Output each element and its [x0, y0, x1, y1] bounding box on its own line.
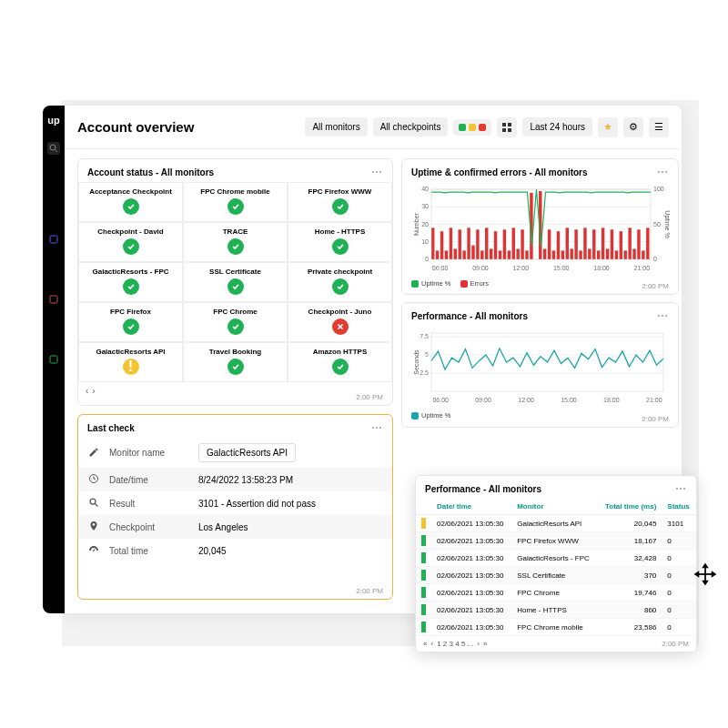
- col-status[interactable]: Status: [662, 499, 696, 515]
- table-pager[interactable]: « ‹ 1 2 3 4 5 ... › »: [423, 640, 487, 648]
- check-icon: [123, 238, 139, 255]
- pager-next[interactable]: ›: [477, 640, 480, 648]
- pencil-icon: [87, 447, 100, 460]
- table-row[interactable]: 02/06/2021 13:05:30FPC Chrome mobile23,5…: [416, 619, 696, 636]
- monitor-cell[interactable]: Amazon HTTPS: [288, 342, 392, 382]
- monitor-cell[interactable]: Checkpoint - David: [78, 222, 183, 262]
- logo: up: [47, 115, 59, 126]
- monitor-name: FPC Chrome mobile: [200, 188, 269, 197]
- svg-text:12:00: 12:00: [518, 397, 534, 403]
- performance-table: Date/ time Monitor Total time (ms) Statu…: [416, 499, 696, 636]
- panel-menu-icon[interactable]: ⋯: [675, 482, 687, 495]
- svg-text:09:00: 09:00: [472, 265, 489, 271]
- monitor-cell[interactable]: Acceptance Checkpoint: [78, 182, 183, 222]
- pager-first[interactable]: «: [423, 640, 427, 648]
- detail-row: Total time20,045: [78, 539, 392, 562]
- svg-rect-48: [525, 250, 528, 259]
- monitor-cell[interactable]: FPC Chrome: [183, 302, 288, 342]
- warning-icon: !: [123, 359, 139, 375]
- svg-rect-38: [480, 250, 483, 259]
- monitor-cell[interactable]: TRACE: [183, 222, 288, 262]
- nav-icon-3[interactable]: [47, 353, 60, 366]
- table-row[interactable]: 02/06/2021 13:05:30SSL Certificate3700: [416, 567, 696, 584]
- monitor-cell[interactable]: Home - HTTPS: [288, 222, 392, 262]
- col-datetime[interactable]: Date/ time: [431, 499, 511, 515]
- detail-label: Date/time: [109, 475, 189, 485]
- panel-timestamp: 2:00 PM: [356, 587, 383, 595]
- star-icon[interactable]: ★: [598, 117, 618, 137]
- nav-icon-2[interactable]: [47, 293, 60, 306]
- check-icon: [123, 278, 139, 295]
- gear-icon[interactable]: ⚙: [623, 117, 643, 137]
- error-icon: [332, 318, 349, 335]
- table-row[interactable]: 02/06/2021 13:05:30GalacticResorts API20…: [416, 515, 696, 532]
- check-icon: [228, 278, 244, 295]
- svg-line-13: [96, 504, 98, 507]
- page-4[interactable]: 4: [455, 640, 459, 648]
- timerange-select[interactable]: Last 24 hours: [522, 117, 592, 136]
- svg-rect-29: [440, 231, 443, 259]
- page-1[interactable]: 1: [437, 640, 440, 648]
- page-5[interactable]: 5: [461, 640, 465, 648]
- svg-rect-33: [459, 229, 461, 259]
- monitor-cell[interactable]: GalacticResorts - FPC: [78, 262, 183, 302]
- svg-text:5: 5: [425, 351, 429, 358]
- svg-text:09:00: 09:00: [475, 397, 491, 403]
- panel-menu-icon[interactable]: ⋯: [657, 309, 669, 322]
- detail-value[interactable]: GalacticResorts API: [198, 443, 296, 462]
- monitor-cell[interactable]: SSL Certificate: [183, 262, 288, 302]
- grid-view-icon[interactable]: [497, 117, 517, 137]
- col-monitor[interactable]: Monitor: [511, 499, 598, 515]
- filter-checkpoints[interactable]: All checkpoints: [373, 117, 449, 136]
- svg-rect-37: [476, 229, 479, 259]
- performance-panel: Performance - All monitors ⋯ 2.557.506:0…: [401, 302, 679, 428]
- pager-prev[interactable]: ‹: [430, 640, 433, 648]
- monitor-cell[interactable]: FPC Firefox WWW: [288, 182, 392, 222]
- panel-title: Uptime & confirmed errors - All monitors: [411, 167, 588, 177]
- svg-text:15:00: 15:00: [553, 265, 570, 271]
- panel-title: Account status - All monitors: [87, 167, 214, 177]
- pager-prev[interactable]: ‹: [86, 386, 88, 396]
- panel-menu-icon[interactable]: ⋯: [657, 166, 669, 178]
- performance-table-panel[interactable]: Performance - All monitors ⋯ Date/ time …: [415, 475, 697, 652]
- svg-rect-71: [628, 228, 631, 259]
- monitor-cell[interactable]: Checkpoint - Juno: [288, 302, 392, 342]
- monitor-name: Private checkpoint: [308, 268, 372, 277]
- detail-value: 20,045: [198, 546, 227, 556]
- monitor-name: Acceptance Checkpoint: [89, 188, 172, 197]
- svg-rect-52: [543, 248, 546, 259]
- table-row[interactable]: 02/06/2021 13:05:30FPC Firefox WWW18,167…: [416, 532, 696, 550]
- status-filter[interactable]: [453, 119, 491, 136]
- page-2[interactable]: 2: [443, 640, 447, 648]
- page-3[interactable]: 3: [450, 640, 453, 648]
- monitor-cell[interactable]: GalacticResorts API!: [78, 342, 183, 382]
- table-row[interactable]: 02/06/2021 13:05:30Home - HTTPS8600: [416, 602, 696, 619]
- check-icon: [228, 318, 244, 335]
- search-icon[interactable]: [47, 142, 60, 155]
- monitor-cell[interactable]: FPC Firefox: [78, 302, 183, 342]
- filter-monitors[interactable]: All monitors: [305, 117, 367, 136]
- monitor-name: FPC Firefox: [110, 308, 151, 317]
- check-icon: [123, 198, 139, 215]
- pager-next[interactable]: ›: [92, 386, 95, 396]
- check-icon: [123, 318, 139, 335]
- panel-menu-icon[interactable]: ⋯: [371, 421, 383, 434]
- table-row[interactable]: 02/06/2021 13:05:30GalacticResorts - FPC…: [416, 550, 696, 567]
- list-icon[interactable]: ☰: [649, 117, 669, 137]
- check-icon: [228, 238, 244, 255]
- check-icon: [228, 198, 244, 215]
- monitor-cell[interactable]: Private checkpoint: [288, 262, 392, 302]
- legend-errors: Errors: [470, 279, 489, 288]
- monitor-cell[interactable]: FPC Chrome mobile: [183, 182, 288, 222]
- table-row[interactable]: 02/06/2021 13:05:30FPC Chrome19,7460: [416, 584, 696, 602]
- nav-icon-1[interactable]: [47, 233, 60, 246]
- svg-text:100: 100: [653, 186, 664, 192]
- panel-timestamp: 2:00 PM: [662, 640, 689, 648]
- monitor-cell[interactable]: Travel Booking: [183, 342, 288, 382]
- legend-uptime: Uptime %: [421, 279, 451, 288]
- page-...[interactable]: ...: [468, 640, 474, 648]
- panel-menu-icon[interactable]: ⋯: [371, 166, 383, 178]
- col-totaltime[interactable]: Total time (ms): [598, 499, 662, 515]
- account-status-panel: Account status - All monitors ⋯ Acceptan…: [77, 158, 393, 406]
- pager-last[interactable]: »: [483, 640, 487, 648]
